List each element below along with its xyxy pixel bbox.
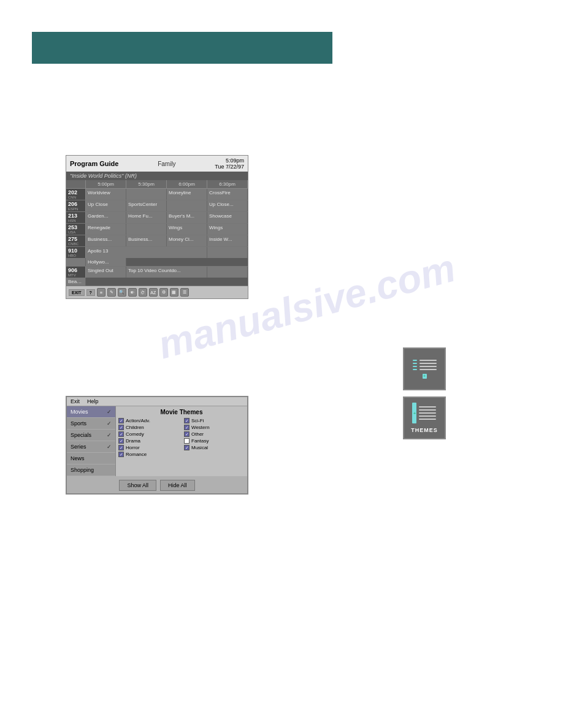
themes-option-label: Musical bbox=[191, 445, 208, 450]
themes-option-label: Horror bbox=[126, 445, 140, 450]
themes-option-item[interactable]: ✓Musical bbox=[184, 445, 245, 450]
pg-category: Family bbox=[158, 161, 175, 167]
pg-program[interactable]: Wings bbox=[167, 224, 207, 235]
pg-program[interactable]: Business... bbox=[126, 235, 167, 246]
themes-option-item[interactable]: ✓Sci-Fi bbox=[184, 418, 245, 423]
themes-category-item[interactable]: Movies✓ bbox=[67, 406, 115, 418]
themes-option-item[interactable]: ✓Horror bbox=[118, 445, 179, 450]
themes-option-item[interactable]: ✓Western bbox=[184, 425, 245, 430]
themes-option-item[interactable]: ✓Children bbox=[118, 425, 179, 430]
themes-checkbox[interactable]: ✓ bbox=[118, 452, 124, 457]
clock-icon[interactable]: ⏱ bbox=[139, 288, 147, 297]
themes-option-item[interactable]: ✓Drama bbox=[118, 438, 179, 444]
list-icon[interactable]: ≡ bbox=[97, 288, 105, 297]
search-icon[interactable]: 🔍 bbox=[118, 288, 126, 297]
pg-program[interactable]: Buyer's M... bbox=[167, 212, 207, 223]
pg-program[interactable]: Worldview bbox=[86, 189, 126, 200]
pg-program[interactable]: Money Cl... bbox=[167, 235, 207, 246]
themes-category-item[interactable]: Sports✓ bbox=[67, 418, 115, 430]
themes-checkbox[interactable]: ✓ bbox=[184, 418, 190, 423]
themes-category-item[interactable]: Specials✓ bbox=[67, 430, 115, 441]
pg-program[interactable]: Business... bbox=[86, 235, 126, 246]
pg-channel-num: 213HSN bbox=[66, 212, 86, 223]
pg-channel-row: 253USARenegadeWingsWings bbox=[66, 224, 248, 235]
themes-option-item[interactable]: ✓Romance bbox=[118, 452, 179, 457]
pg-now-playing: "Inside World Politics" (NR) bbox=[66, 172, 248, 180]
filter-icon[interactable]: ⚙ bbox=[159, 288, 168, 297]
pg-time-4: 6:30pm bbox=[207, 180, 248, 188]
themes-checkbox[interactable]: ✓ bbox=[118, 431, 124, 437]
themes-panel-title: Movie Themes bbox=[118, 409, 245, 415]
pg-program[interactable]: Singled Out bbox=[86, 267, 126, 278]
pg-program[interactable]: Garden... bbox=[86, 212, 126, 223]
themes-checkbox[interactable]: ✓ bbox=[118, 438, 124, 444]
themes-checkbox[interactable]: ✓ bbox=[184, 431, 190, 437]
themes-category-item[interactable]: Series✓ bbox=[67, 441, 115, 453]
grid-icon[interactable]: ▦ bbox=[170, 288, 178, 297]
pg-channel-row: 910HBOApollo 13Hollywo... bbox=[66, 247, 248, 267]
themes-checkbox[interactable] bbox=[184, 438, 190, 444]
themes-option-item[interactable]: ✓Comedy bbox=[118, 431, 179, 437]
themes-checkbox[interactable]: ✓ bbox=[118, 445, 124, 450]
themes-menu-exit[interactable]: Exit bbox=[71, 398, 80, 404]
pg-program[interactable] bbox=[66, 258, 86, 266]
pg-program[interactable] bbox=[126, 189, 167, 200]
pg-time-3: 6:00pm bbox=[167, 180, 207, 188]
pg-help-btn[interactable]: ? bbox=[86, 289, 95, 296]
pg-channel-num: 275CNBC bbox=[66, 235, 86, 246]
themes-checkbox[interactable]: ✓ bbox=[184, 445, 190, 450]
themes-dialog: Exit Help Movies✓Sports✓Specials✓Series✓… bbox=[66, 396, 248, 495]
pg-program[interactable]: Wings bbox=[207, 224, 248, 235]
eye-icon[interactable]: 👁 bbox=[128, 288, 137, 297]
pg-program[interactable]: Beavis &... bbox=[66, 278, 86, 286]
pg-program[interactable]: Showcase bbox=[207, 212, 248, 223]
themes-category-item[interactable]: News bbox=[67, 453, 115, 464]
pg-program[interactable]: Home Fu... bbox=[126, 212, 167, 223]
pg-channel-row: 906MTVSingled OutTop 10 Video Countdo...… bbox=[66, 267, 248, 286]
themes-option-label: Children bbox=[126, 425, 144, 430]
pg-program[interactable]: Up Close bbox=[86, 200, 126, 211]
themes-option-item[interactable]: ✓Action/Adv. bbox=[118, 418, 179, 423]
pg-exit-btn[interactable]: EXIT bbox=[69, 289, 85, 296]
az-icon[interactable]: AZ bbox=[149, 288, 158, 297]
pg-channels: 202CNNWorldviewMoneylineCrossFire206ESPN… bbox=[66, 189, 248, 286]
pg-program[interactable] bbox=[207, 247, 248, 258]
themes-category-item[interactable]: Shopping bbox=[67, 464, 115, 476]
pg-program[interactable]: Moneyline bbox=[167, 189, 207, 200]
show-all-button[interactable]: Show All bbox=[119, 480, 156, 491]
pg-program[interactable]: SportsCenter bbox=[126, 200, 167, 211]
pg-datetime: 5:09pm Tue 7/22/97 bbox=[215, 157, 244, 170]
pg-program[interactable]: Renegade bbox=[86, 224, 126, 235]
themes-side-icon[interactable]: + THEMES bbox=[403, 396, 446, 439]
pg-program[interactable]: Apollo 13 bbox=[86, 247, 207, 258]
pg-program[interactable] bbox=[126, 224, 167, 235]
pg-time-row: 5:00pm 5:30pm 6:00pm 6:30pm bbox=[66, 180, 248, 189]
themes-checkbox[interactable]: ✓ bbox=[118, 418, 124, 423]
pg-program[interactable]: Inside W... bbox=[207, 235, 248, 246]
pg-program[interactable] bbox=[207, 267, 248, 278]
themes-options: Movie Themes ✓Action/Adv.✓Sci-Fi✓Childre… bbox=[116, 406, 247, 476]
themes-option-label: Western bbox=[191, 425, 210, 430]
edit-icon[interactable]: ✎ bbox=[107, 288, 116, 297]
pg-channel-num: 910HBO bbox=[66, 247, 86, 258]
guide-side-icon[interactable]: + bbox=[403, 347, 446, 390]
themes-checkbox[interactable]: ✓ bbox=[184, 425, 190, 430]
themes-checkbox[interactable]: ✓ bbox=[118, 425, 124, 430]
themes-option-item[interactable]: ✓Other bbox=[184, 431, 245, 437]
themes-menu-help[interactable]: Help bbox=[87, 398, 99, 404]
themes-menu-bar: Exit Help bbox=[67, 397, 247, 406]
pg-channel-num: 906MTV bbox=[66, 267, 86, 278]
pg-program[interactable]: Top 10 Video Countdo... bbox=[126, 267, 207, 278]
themes-categories: Movies✓Sports✓Specials✓Series✓NewsShoppi… bbox=[67, 406, 116, 476]
themes-option-label: Fantasy bbox=[191, 438, 209, 444]
menu-icon[interactable]: ☰ bbox=[180, 288, 189, 297]
themes-option-label: Action/Adv. bbox=[126, 418, 150, 423]
themes-option-item[interactable]: Fantasy bbox=[184, 438, 245, 444]
pg-program[interactable] bbox=[167, 200, 207, 211]
pg-program[interactable]: Hollywo... bbox=[86, 258, 126, 266]
header-banner bbox=[32, 32, 332, 64]
pg-program[interactable]: CrossFire bbox=[207, 189, 248, 200]
pg-program[interactable]: Up Close... bbox=[207, 200, 248, 211]
hide-all-button[interactable]: Hide All bbox=[160, 480, 195, 491]
pg-channel-row: 202CNNWorldviewMoneylineCrossFire bbox=[66, 189, 248, 200]
